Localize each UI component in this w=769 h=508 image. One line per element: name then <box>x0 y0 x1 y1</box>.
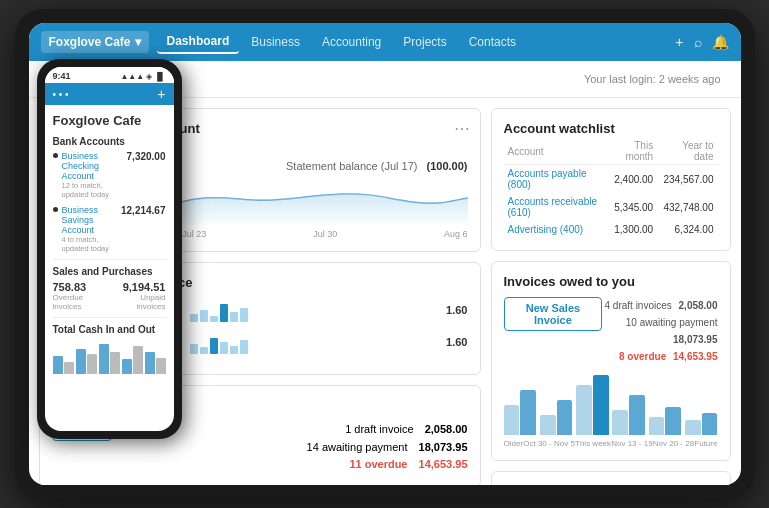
unpaid-value: 9,194.51 <box>112 281 166 293</box>
savings-account-sub: 4 to match, updated today <box>62 235 122 253</box>
right-column: Account watchlist Account This month Yea… <box>491 108 731 475</box>
nav-dashboard[interactable]: Dashboard <box>157 30 240 54</box>
phone-device: 9:41 ▲▲▲ ◈ ▐▌ • • • + Foxglove Cafe Bank… <box>37 59 182 439</box>
bar-1a <box>53 356 63 374</box>
pb3 <box>210 316 218 322</box>
new-sales-invoice-button[interactable]: New Sales Invoice <box>504 297 603 331</box>
bill-awaiting: 14 awaiting payment 18,073.95 <box>307 439 468 457</box>
watchlist-advertising-ytd: 6,324.00 <box>657 221 717 238</box>
bill-awaiting-amount: 18,073.95 <box>419 441 468 453</box>
unpaid-label: Unpaid invoices <box>112 293 166 311</box>
divider-2 <box>53 317 166 318</box>
checking-account-name[interactable]: Business Checking Account <box>62 151 127 181</box>
brand-button[interactable]: Foxglove Cafe ▾ <box>41 31 149 53</box>
date-2: Jul 23 <box>182 229 206 239</box>
bar-nov20-2 <box>665 407 681 435</box>
watchlist-advertising-name[interactable]: Advertising (400) <box>504 221 604 238</box>
inv-awaiting-amount: 18,073.95 <box>673 334 718 345</box>
bar-chart-labels: Older Oct 30 - Nov 5 This week Nov 13 - … <box>504 439 718 448</box>
search-nav-icon[interactable]: ⌕ <box>694 34 702 50</box>
top-nav: Foxglove Cafe ▾ Dashboard Business Accou… <box>29 23 741 61</box>
divider-1 <box>53 259 166 260</box>
statement-balance: Statement balance (Jul 17) (100.00) <box>286 160 468 172</box>
brand-chevron-icon: ▾ <box>135 35 141 49</box>
overdue-value: 758.83 <box>53 281 112 293</box>
bar-5a <box>145 352 155 374</box>
watchlist-table: Account This month Year to date Accounts… <box>504 138 718 238</box>
bar-nov20-1 <box>649 417 665 435</box>
bell-nav-icon[interactable]: 🔔 <box>712 34 729 50</box>
inv-draft: 4 draft invoices 2,058.00 <box>602 297 717 314</box>
watchlist-payable-month: 2,400.00 <box>603 165 657 194</box>
pb4 <box>220 304 228 322</box>
date-4: Aug 6 <box>444 229 468 239</box>
receivable-value: 1.60 <box>440 336 468 348</box>
bar-thisweek-2 <box>593 375 609 435</box>
bill-draft-amount: 2,058.00 <box>425 423 468 435</box>
inv-overdue: 8 overdue 14,653.95 <box>602 348 717 365</box>
bar-1b <box>64 362 74 374</box>
inv-awaiting: 10 awaiting payment 18,073.95 <box>602 314 717 348</box>
bar-5b <box>156 358 166 374</box>
pb6 <box>240 308 248 322</box>
nav-contacts[interactable]: Contacts <box>459 31 526 53</box>
watchlist-col-ytd: Year to date <box>657 138 717 165</box>
bar-3b <box>110 352 120 374</box>
phone-screen: 9:41 ▲▲▲ ◈ ▐▌ • • • + Foxglove Cafe Bank… <box>45 67 174 431</box>
rb2 <box>200 347 208 354</box>
bar-oct30-1 <box>540 415 556 435</box>
bank-card-menu-icon[interactable]: ⋯ <box>454 119 470 138</box>
invoices-card: Invoices owed to you New Sales Invoice 4… <box>491 261 731 461</box>
plus-nav-icon[interactable]: + <box>675 34 683 50</box>
pb1 <box>190 314 198 322</box>
phone-status-icons: ▲▲▲ ◈ ▐▌ <box>120 72 165 81</box>
nav-projects[interactable]: Projects <box>393 31 456 53</box>
wifi-icon: ◈ <box>146 72 152 81</box>
watchlist-advertising-month: 1,300.00 <box>603 221 657 238</box>
pb5 <box>230 312 238 322</box>
rb5 <box>230 346 238 354</box>
phone-biz-name: Foxglove Cafe <box>53 113 166 128</box>
brand-label: Foxglove Cafe <box>49 35 131 49</box>
dot-icon-2 <box>53 207 58 212</box>
phone-add-button[interactable]: + <box>157 86 165 102</box>
bar-4b <box>133 346 143 374</box>
phone-checking-row[interactable]: Business Checking Account 12 to match, u… <box>53 151 166 199</box>
watchlist-col-account: Account <box>504 138 604 165</box>
watchlist-payable-ytd: 234,567.00 <box>657 165 717 194</box>
phone-cash-title: Total Cash In and Out <box>53 324 166 335</box>
bar-label-oct30: Oct 30 - Nov 5 <box>523 439 575 448</box>
phone-savings-row[interactable]: Business Savings Account 4 to match, upd… <box>53 205 166 253</box>
nav-accounting[interactable]: Accounting <box>312 31 391 53</box>
inv-awaiting-desc: 10 awaiting payment <box>626 317 718 328</box>
bar-thisweek <box>576 375 608 435</box>
watchlist-row-payable: Accounts payable (800) 2,400.00 234,567.… <box>504 165 718 194</box>
watchlist-receivable-name[interactable]: Accounts receivable (610) <box>504 193 604 221</box>
watchlist-receivable-ytd: 432,748.00 <box>657 193 717 221</box>
rb3 <box>210 338 218 354</box>
bar-future <box>685 413 717 435</box>
last-login-text: Your last login: 2 weeks ago <box>584 73 721 85</box>
nav-business[interactable]: Business <box>241 31 310 53</box>
inv-draft-amount: 2,058.00 <box>679 300 718 311</box>
payable-bars <box>190 298 432 322</box>
bar-older-2 <box>520 390 536 435</box>
checking-account-amount: 7,320.00 <box>127 151 166 162</box>
inv-draft-desc: 4 draft invoices <box>605 300 672 311</box>
phone-stat-overdue: 758.83 Overdue invoices <box>53 281 112 311</box>
bill-overdue-desc: 11 overdue <box>349 458 407 470</box>
watchlist-row-advertising: Advertising (400) 1,300.00 6,324.00 <box>504 221 718 238</box>
pb2 <box>200 310 208 322</box>
bar-nov13-2 <box>629 395 645 435</box>
bill-draft-desc: 1 draft invoice <box>345 423 413 435</box>
invoices-title: Invoices owed to you <box>504 274 718 289</box>
invoice-summary: 4 draft invoices 2,058.00 10 awaiting pa… <box>602 297 717 365</box>
bills-summary: 1 draft invoice 2,058.00 14 awaiting pay… <box>307 421 468 474</box>
savings-account-name[interactable]: Business Savings Account <box>62 205 122 235</box>
date-3: Jul 30 <box>313 229 337 239</box>
phone-time: 9:41 <box>53 71 71 81</box>
watchlist-payable-name[interactable]: Accounts payable (800) <box>504 165 604 194</box>
signal-icon: ▲▲▲ <box>120 72 144 81</box>
bar-2a <box>76 349 86 374</box>
bill-overdue-amount: 14,653.95 <box>419 458 468 470</box>
